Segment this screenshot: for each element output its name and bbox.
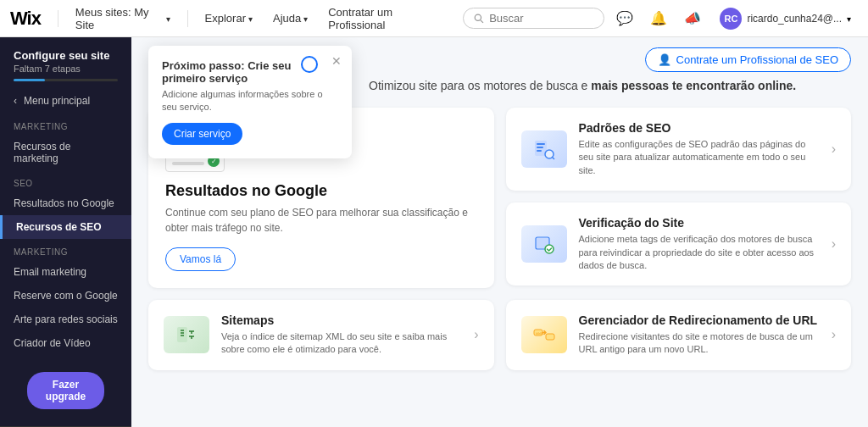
menu-principal-label: Menu principal	[24, 95, 90, 107]
hero-paragraph: Otimizou site para os motores de busca e…	[369, 79, 851, 92]
url-redirect-title: Gerenciador de Redirecionamento de URL	[579, 313, 820, 327]
sidebar-section-marketing2: Marketing	[0, 239, 131, 260]
svg-rect-4	[537, 147, 543, 148]
svg-line-1	[481, 19, 483, 22]
sitemaps-desc: Veja o índice de sitemap XML do seu site…	[221, 330, 462, 357]
explorar-chevron	[248, 12, 253, 25]
hire-pro-seo-button[interactable]: 👤 Contrate um Profissional de SEO	[645, 47, 851, 72]
sidebar-header: Configure seu site Faltam 7 etapas	[0, 37, 131, 88]
hire-pro-label: Contrate um Profissional de SEO	[676, 53, 838, 66]
sitemaps-arrow	[474, 327, 478, 342]
url-redirect-desc: Redirecione visitantes do site e motores…	[579, 330, 820, 357]
user-email: ricardo_cunha24@...	[747, 13, 842, 25]
tooltip-close-button[interactable]: ✕	[331, 54, 342, 68]
chevron-left-icon: ‹	[14, 95, 17, 107]
contratar-nav-link[interactable]: Contratar um Profissional	[321, 3, 449, 35]
sidebar: Configure seu site Faltam 7 etapas ‹ Men…	[0, 37, 131, 427]
user-menu-button[interactable]: RC ricardo_cunha24@...	[713, 4, 858, 33]
svg-line-7	[552, 158, 554, 160]
search-input[interactable]	[489, 12, 593, 25]
recursos-marketing-label: Recursos de marketing	[14, 141, 118, 164]
sitemaps-content: Sitemaps Veja o índice de sitemap XML do…	[221, 313, 462, 357]
tooltip-description: Adicione algumas informações sobre o seu…	[162, 88, 338, 114]
resultados-google-label: Resultados no Google	[14, 197, 114, 209]
chat-icon[interactable]: 💬	[611, 7, 638, 30]
sidebar-item-recursos-seo[interactable]: Recursos de SEO	[0, 215, 131, 239]
sidebar-item-menu-principal[interactable]: ‹ Menu principal	[0, 88, 131, 114]
tooltip-circle	[301, 56, 318, 73]
recursos-seo-label: Recursos de SEO	[16, 221, 102, 233]
notification-bell-icon[interactable]: 🔔	[645, 7, 672, 30]
url-redirect-icon: www	[521, 316, 567, 353]
seo-patterns-content: Padrões de SEO Edite as configurações de…	[579, 121, 820, 177]
url-redirect-arrow	[832, 327, 836, 342]
sidebar-configure-title: Configure seu site	[14, 49, 118, 62]
hero-text-bold: mais pessoas te encontrarão online.	[591, 79, 796, 92]
sidebar-item-resultados-google[interactable]: Resultados no Google	[0, 191, 131, 215]
seo-patterns-arrow	[832, 141, 836, 157]
criador-video-label: Criador de Vídeo	[14, 337, 91, 349]
sidebar-section-marketing: Marketing	[0, 114, 131, 135]
svg-point-9	[545, 245, 554, 253]
seo-patterns-desc: Edite as configurações de SEO padrão das…	[579, 138, 820, 177]
svg-rect-10	[177, 327, 187, 342]
google-results-card-title: Resultados no Google	[165, 182, 477, 200]
main-layout: Configure seu site Faltam 7 etapas ‹ Men…	[0, 37, 868, 427]
ajuda-nav-link[interactable]: Ajuda	[266, 8, 314, 28]
my-site-button[interactable]: Meus sites: My Site	[69, 3, 177, 35]
sidebar-item-recursos-marketing[interactable]: Recursos de marketing	[0, 135, 131, 170]
person-icon: 👤	[658, 53, 671, 66]
search-bar[interactable]	[463, 8, 604, 29]
site-verification-card[interactable]: Verificação do Site Adicione meta tags d…	[506, 202, 852, 286]
upgrade-button[interactable]: Fazer upgrade	[27, 372, 104, 409]
svg-text:www: www	[536, 330, 544, 336]
megaphone-icon[interactable]: 📣	[679, 7, 706, 30]
site-verification-arrow	[832, 236, 836, 252]
sitemaps-icon	[164, 316, 209, 353]
svg-rect-15	[546, 334, 554, 340]
seo-patterns-card[interactable]: Padrões de SEO Edite as configurações de…	[506, 108, 852, 191]
explorar-nav-link[interactable]: Explorar	[198, 8, 259, 28]
site-verification-icon	[521, 225, 567, 263]
explorar-label: Explorar	[205, 12, 246, 25]
sitemaps-card[interactable]: Sitemaps Veja o índice de sitemap XML do…	[148, 300, 494, 370]
user-chevron	[847, 12, 851, 25]
reserve-google-label: Reserve com o Google	[14, 290, 118, 302]
google-results-card-desc: Continue com seu plano de SEO para melho…	[165, 205, 477, 236]
sidebar-item-reserve-google[interactable]: Reserve com o Google	[0, 284, 131, 308]
top-navigation: Wix Meus sites: My Site Explorar Ajuda C…	[0, 0, 868, 37]
ajuda-label: Ajuda	[273, 12, 301, 25]
sidebar-section-seo: SEO	[0, 170, 131, 191]
seo-patterns-icon	[521, 130, 567, 168]
nav-divider-2	[187, 10, 188, 27]
sidebar-item-criador-video[interactable]: Criador de Vídeo	[0, 331, 131, 355]
contratar-label: Contratar um Profissional	[328, 6, 442, 31]
url-redirect-content: Gerenciador de Redirecionamento de URL R…	[579, 313, 820, 357]
tooltip-create-button[interactable]: Criar serviço	[162, 123, 242, 145]
my-site-chevron	[166, 12, 170, 25]
google-results-card-btn[interactable]: Vamos lá	[165, 247, 236, 271]
sidebar-item-email-marketing[interactable]: Email marketing	[0, 260, 131, 284]
arte-redes-label: Arte para redes sociais	[14, 313, 118, 325]
site-verification-title: Verificação do Site	[579, 216, 820, 230]
site-verification-content: Verificação do Site Adicione meta tags d…	[579, 216, 820, 272]
sidebar-progress-bar	[14, 79, 118, 81]
my-site-label: Meus sites: My Site	[75, 6, 163, 31]
tooltip-popup: ✕ Próximo passo: Crie seu primeiro servi…	[148, 46, 352, 158]
site-verification-desc: Adicione meta tags de verificação dos mo…	[579, 233, 820, 272]
svg-rect-5	[537, 150, 542, 152]
sidebar-item-arte-redes[interactable]: Arte para redes sociais	[0, 308, 131, 331]
email-marketing-label: Email marketing	[14, 266, 86, 278]
hero-text-part1: Otimizou site para os motores de busca e	[369, 79, 591, 92]
sidebar-configure-subtitle: Faltam 7 etapas	[14, 64, 118, 74]
svg-point-0	[475, 14, 481, 20]
search-icon	[474, 13, 484, 25]
main-content: 👤 Contrate um Profissional de SEO ✕ Próx…	[131, 37, 868, 427]
wix-logo: Wix	[10, 8, 41, 30]
user-avatar: RC	[720, 8, 742, 30]
url-redirect-card[interactable]: www Gerenciador de Redirecionamento de U…	[506, 300, 852, 370]
sidebar-progress-fill	[14, 79, 45, 81]
seo-patterns-title: Padrões de SEO	[579, 121, 820, 135]
sitemaps-title: Sitemaps	[221, 313, 462, 327]
nav-divider-1	[58, 10, 58, 27]
